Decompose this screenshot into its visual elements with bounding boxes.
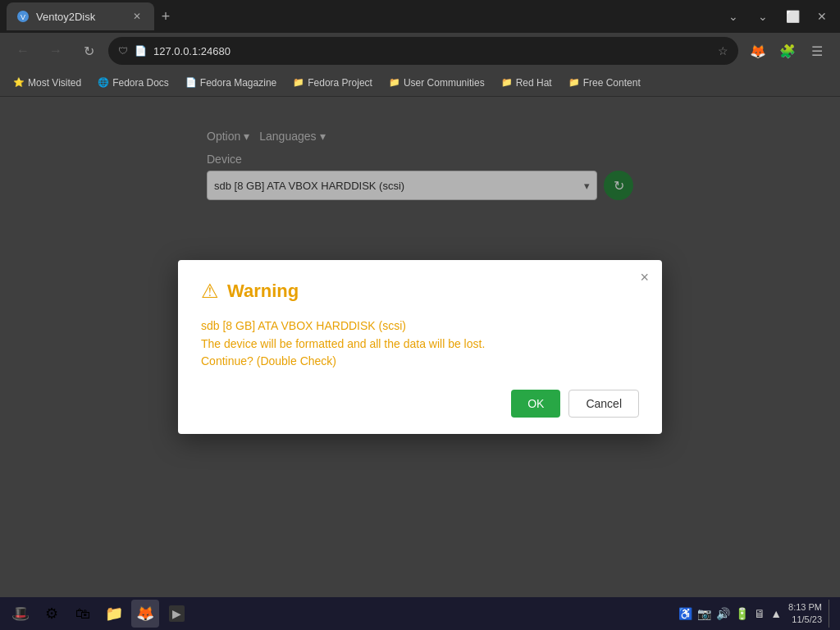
active-tab[interactable]: V Ventoy2Disk ✕ [7, 2, 154, 30]
tab-close-button[interactable]: ✕ [130, 9, 144, 24]
bookmark-label: User Communities [404, 77, 485, 89]
minimize-button[interactable]: ⌄ [751, 5, 774, 28]
volume-icon[interactable]: 🔊 [716, 607, 730, 620]
taskbar-terminal-button[interactable]: ▶ [162, 600, 190, 628]
nav-right-controls: 🦊 🧩 ☰ [745, 38, 830, 64]
dialog-message-line1: The device will be formatted and all the… [201, 336, 639, 353]
folder-icon: 📁 [389, 77, 400, 88]
tab-favicon: V [16, 10, 30, 23]
bookmark-user-communities[interactable]: 📁 User Communities [382, 75, 491, 90]
warning-dialog: ⚠ Warning × sdb [8 GB] ATA VBOX HARDDISK… [178, 260, 662, 434]
forward-icon: → [49, 43, 62, 58]
bookmark-label: Free Content [583, 77, 641, 89]
taskbar-firefox-button[interactable]: 🦊 [131, 600, 159, 628]
warning-triangle-icon: ⚠ [201, 280, 219, 303]
firefox-account-button[interactable]: 🦊 [745, 38, 771, 64]
taskbar-settings-button[interactable]: ⚙ [38, 600, 66, 628]
display-icon[interactable]: 🖥 [754, 607, 765, 620]
system-clock[interactable]: 8:13 PM 11/5/23 [788, 601, 822, 627]
ok-button[interactable]: OK [511, 390, 560, 418]
menu-button[interactable]: ☰ [804, 38, 830, 64]
browser-chrome: V Ventoy2Disk ✕ + ⌄ ⌄ ⬜ ✕ ← → ↻ 🛡 📄 127.… [0, 0, 840, 97]
taskbar-fedora-button[interactable]: 🎩 [7, 600, 34, 628]
security-icon: 🛡 [118, 45, 128, 57]
bookmark-free-content[interactable]: 📁 Free Content [562, 75, 647, 90]
folder-icon: 📁 [501, 77, 513, 88]
cancel-button[interactable]: Cancel [568, 390, 639, 418]
dialog-header: ⚠ Warning [201, 280, 639, 303]
modal-overlay: ⚠ Warning × sdb [8 GB] ATA VBOX HARDDISK… [0, 97, 840, 597]
battery-icon[interactable]: 🔋 [735, 607, 749, 620]
bookmark-star-icon[interactable]: ☆ [718, 44, 728, 57]
dialog-body: sdb [8 GB] ATA VBOX HARDDISK (scsi) The … [201, 319, 639, 370]
svg-text:V: V [21, 13, 25, 21]
dialog-title: Warning [227, 281, 299, 302]
forward-button[interactable]: → [43, 38, 69, 64]
bookmark-red-hat[interactable]: 📁 Red Hat [495, 75, 559, 90]
bookmark-label: Fedora Docs [112, 77, 169, 89]
dialog-footer: OK Cancel [201, 390, 639, 418]
page-icon: 📄 [135, 45, 147, 57]
doc-icon: 📄 [185, 77, 197, 88]
extensions-button[interactable]: 🧩 [774, 38, 801, 64]
settings-icon: ⚙ [45, 605, 58, 623]
taskbar-store-button[interactable]: 🛍 [69, 600, 97, 628]
store-icon: 🛍 [75, 605, 90, 623]
back-button[interactable]: ← [10, 38, 36, 64]
reload-button[interactable]: ↻ [75, 38, 102, 64]
dialog-message-line2: Continue? (Double Check) [201, 353, 639, 370]
back-icon: ← [16, 43, 30, 58]
firefox-icon: 🦊 [136, 605, 154, 623]
tab-list-button[interactable]: ⌄ [722, 5, 745, 28]
dialog-device-text: sdb [8 GB] ATA VBOX HARDDISK (scsi) [201, 319, 639, 332]
dialog-close-button[interactable]: × [640, 270, 649, 285]
star-icon: ⭐ [13, 77, 25, 88]
tab-bar: V Ventoy2Disk ✕ + ⌄ ⌄ ⬜ ✕ [0, 0, 840, 33]
tab-bar-controls: ⌄ ⌄ ⬜ ✕ [722, 5, 833, 28]
bookmark-label: Fedora Project [308, 77, 372, 89]
clock-time: 8:13 PM [788, 601, 822, 614]
address-bar[interactable]: 🛡 📄 127.0.0.1:24680 ☆ [108, 37, 738, 65]
taskbar-files-button[interactable]: 📁 [100, 600, 128, 628]
screenshot-icon[interactable]: 📷 [697, 607, 711, 620]
accessibility-icon[interactable]: ♿ [678, 607, 692, 620]
new-tab-button[interactable]: + [154, 5, 177, 28]
bookmarks-bar: ⭐ Most Visited 🌐 Fedora Docs 📄 Fedora Ma… [0, 69, 840, 97]
bookmark-fedora-magazine[interactable]: 📄 Fedora Magazine [179, 75, 283, 90]
tab-title: Ventoy2Disk [36, 11, 123, 23]
bookmark-most-visited[interactable]: ⭐ Most Visited [7, 75, 88, 90]
bookmark-label: Most Visited [28, 77, 81, 89]
maximize-button[interactable]: ⬜ [781, 5, 804, 28]
reload-icon: ↻ [84, 43, 94, 59]
fedora-icon: 🎩 [11, 605, 30, 623]
globe-icon: 🌐 [98, 77, 109, 88]
folder-icon: 📁 [293, 77, 304, 88]
files-icon: 📁 [105, 605, 123, 623]
system-tray: ♿ 📷 🔊 🔋 🖥 ▲ [678, 607, 782, 620]
expand-tray-icon[interactable]: ▲ [770, 607, 782, 620]
bookmark-fedora-project[interactable]: 📁 Fedora Project [286, 75, 379, 90]
taskbar: 🎩 ⚙ 🛍 📁 🦊 ▶ ♿ 📷 🔊 🔋 🖥 ▲ 8:13 PM 11/5/2 [0, 597, 840, 630]
terminal-icon: ▶ [169, 605, 185, 622]
content-area: Option ▾ Languages ▾ Device sdb [8 GB] A… [0, 97, 840, 597]
bookmark-fedora-docs[interactable]: 🌐 Fedora Docs [91, 75, 176, 90]
taskbar-right: ♿ 📷 🔊 🔋 🖥 ▲ 8:13 PM 11/5/23 [678, 600, 833, 628]
nav-bar: ← → ↻ 🛡 📄 127.0.0.1:24680 ☆ 🦊 🧩 ☰ [0, 33, 840, 69]
url-text: 127.0.0.1:24680 [153, 45, 711, 57]
bookmark-label: Red Hat [516, 77, 552, 89]
clock-date: 11/5/23 [792, 614, 822, 626]
taskbar-apps: 🎩 ⚙ 🛍 📁 🦊 ▶ [7, 600, 190, 628]
show-desktop-button[interactable] [829, 600, 833, 628]
close-window-button[interactable]: ✕ [810, 5, 833, 28]
bookmark-label: Fedora Magazine [200, 77, 276, 89]
folder-icon: 📁 [568, 77, 580, 88]
